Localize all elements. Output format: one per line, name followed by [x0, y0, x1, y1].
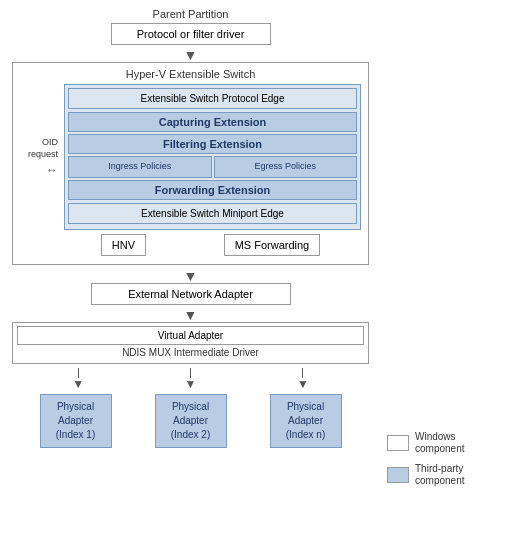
legend-windows-label: Windows component — [415, 431, 505, 455]
ndis-outer-box: Virtual Adapter NDIS MUX Intermediate Dr… — [12, 322, 369, 364]
arrow-phys-3: ▼ — [297, 378, 309, 390]
capturing-extension-box: Capturing Extension — [68, 112, 357, 132]
legend-area: Windows component Third-party component — [381, 0, 511, 555]
parent-partition-label: Parent Partition — [8, 8, 373, 20]
protocol-driver-box: Protocol or filter driver — [111, 23, 271, 45]
arrow-phys-1: ▼ — [72, 378, 84, 390]
hyperv-title: Hyper-V Extensible Switch — [18, 68, 363, 80]
legend-third-party: Third-party component — [387, 463, 505, 487]
hnv-box: HNV — [101, 234, 146, 256]
protocol-edge-box: Extensible Switch Protocol Edge — [68, 88, 357, 109]
diagram-area: Parent Partition Protocol or filter driv… — [0, 0, 381, 555]
arrow-2: ▼ — [8, 269, 373, 283]
virtual-adapter-box: Virtual Adapter — [17, 326, 364, 345]
arrow-3: ▼ — [8, 308, 373, 322]
filtering-extension-box: Filtering Extension — [68, 134, 357, 154]
arrow-phys-2: ▼ — [185, 378, 197, 390]
physical-adapter-1-box: Physical Adapter (Index 1) — [40, 394, 112, 448]
oid-request-label: OID request — [18, 137, 58, 160]
ms-forwarding-box: MS Forwarding — [224, 234, 321, 256]
legend-third-party-box — [387, 467, 409, 483]
arrow-1: ▼ — [8, 48, 373, 62]
forwarding-extension-box: Forwarding Extension — [68, 180, 357, 200]
ingress-policies-box: Ingress Policies — [68, 156, 212, 178]
external-adapter-box: External Network Adapter — [91, 283, 291, 305]
legend-windows-box — [387, 435, 409, 451]
miniport-edge-box: Extensible Switch Miniport Edge — [68, 203, 357, 224]
legend-third-party-label: Third-party component — [415, 463, 505, 487]
egress-policies-box: Egress Policies — [214, 156, 358, 178]
physical-adapters-row: Physical Adapter (Index 1) Physical Adap… — [8, 394, 373, 448]
ndis-mux-label: NDIS MUX Intermediate Driver — [17, 347, 364, 358]
legend-windows: Windows component — [387, 431, 505, 455]
physical-adapter-2-box: Physical Adapter (Index 2) — [155, 394, 227, 448]
physical-adapter-n-box: Physical Adapter (Index n) — [270, 394, 342, 448]
